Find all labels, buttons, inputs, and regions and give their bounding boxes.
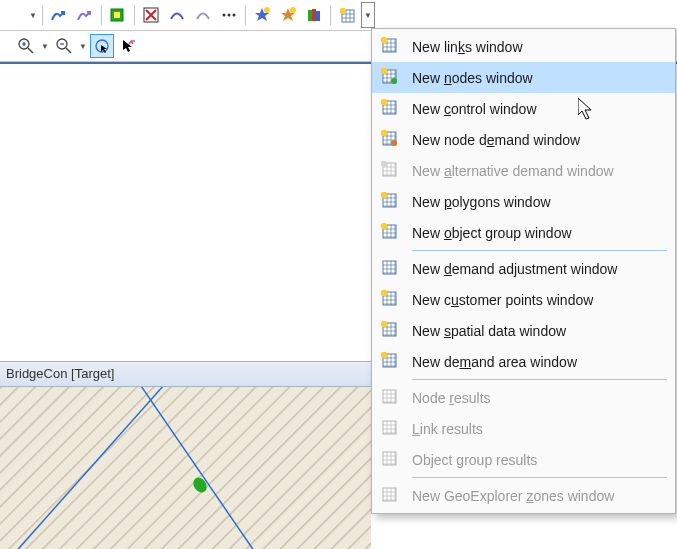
grid-star-icon	[380, 222, 398, 243]
svg-point-37	[391, 140, 397, 146]
svg-point-12	[340, 8, 346, 14]
menu-item-new-customer-points-window[interactable]: New customer points window	[372, 284, 675, 315]
svg-point-48	[381, 321, 387, 327]
wavy-arrow-teal-icon[interactable]	[73, 3, 97, 27]
zoom-out-icon[interactable]	[52, 34, 76, 58]
zoom-in-icon[interactable]	[14, 34, 38, 58]
menu-item-new-object-group-window[interactable]: New object group window	[372, 217, 675, 248]
svg-point-50	[381, 352, 387, 358]
map-panel[interactable]	[0, 387, 371, 549]
separator	[42, 5, 43, 25]
svg-point-46	[381, 290, 387, 296]
grid-star-icon	[380, 320, 398, 341]
grid-star-orange-icon	[380, 129, 398, 150]
separator	[101, 5, 102, 25]
menu-item-object-group-results: Object group results	[372, 444, 675, 475]
menu-label: New control window	[412, 101, 663, 117]
map-layers-icon[interactable]	[106, 3, 130, 27]
svg-point-34	[381, 99, 387, 105]
new-window-dropdown-arrow[interactable]: ▼	[361, 2, 375, 28]
grid-star-icon	[380, 351, 398, 372]
pointer-button[interactable]	[90, 34, 114, 58]
menu-label: Node results	[412, 390, 663, 406]
svg-rect-51	[383, 390, 396, 403]
svg-point-31	[381, 68, 387, 74]
separator	[330, 5, 331, 25]
menu-label: New GeoExplorer zones window	[412, 488, 663, 504]
grid-gray-icon	[380, 418, 398, 439]
svg-rect-1	[114, 12, 120, 18]
menu-label: New demand area window	[412, 354, 663, 370]
menu-item-new-control-window[interactable]: New control window	[372, 93, 675, 124]
menu-label: New node demand window	[412, 132, 663, 148]
menu-item-link-results: Link results	[372, 413, 675, 444]
menu-item-new-links-window[interactable]: New links window	[372, 31, 675, 62]
menu-label: Object group results	[412, 452, 663, 468]
svg-point-36	[381, 130, 387, 136]
svg-point-29	[381, 37, 387, 43]
menu-label: Link results	[412, 421, 663, 437]
star-orange-icon[interactable]	[276, 3, 300, 27]
toolbar-row-1: ▼ ▼	[0, 0, 677, 31]
svg-rect-52	[383, 421, 396, 434]
menu-item-new-node-demand-window[interactable]: New node demand window	[372, 124, 675, 155]
dropdown-arrow-icon[interactable]: ▼	[28, 3, 38, 27]
svg-point-5	[233, 14, 236, 17]
path-b-icon[interactable]	[191, 3, 215, 27]
svg-point-3	[223, 14, 226, 17]
grid-star-icon	[380, 191, 398, 212]
svg-rect-24	[0, 387, 371, 549]
menu-item-new-geoexplorer-zones-window: New GeoExplorer zones window	[372, 480, 675, 511]
menu-label: New links window	[412, 39, 663, 55]
svg-point-43	[381, 223, 387, 229]
svg-point-7	[290, 7, 296, 13]
svg-point-39	[381, 161, 387, 167]
menu-label: New customer points window	[412, 292, 663, 308]
svg-point-41	[381, 192, 387, 198]
grid-gray-icon	[380, 485, 398, 506]
svg-rect-10	[316, 11, 320, 21]
separator	[134, 5, 135, 25]
books-icon[interactable]	[302, 3, 326, 27]
wavy-arrow-blue-icon[interactable]	[47, 3, 71, 27]
menu-item-new-nodes-window[interactable]: New nodes window	[372, 62, 675, 93]
path-a-icon[interactable]	[165, 3, 189, 27]
menu-label: New spatial data window	[412, 323, 663, 339]
toolbar-dropdown-blank[interactable]	[2, 3, 26, 27]
svg-point-32	[391, 78, 397, 84]
menu-item-new-alternative-demand-window: New alternative demand window	[372, 155, 675, 186]
menu-label: New nodes window	[412, 70, 663, 86]
menu-separator	[412, 379, 667, 380]
svg-rect-44	[383, 261, 396, 274]
menu-label: New demand adjustment window	[412, 261, 663, 277]
dots-icon[interactable]	[217, 3, 241, 27]
svg-point-4	[228, 14, 231, 17]
grid-gray-icon	[380, 387, 398, 408]
pointer-pink-icon[interactable]	[116, 34, 140, 58]
grid-star-green-icon	[380, 67, 398, 88]
new-window-grid-icon[interactable]	[335, 3, 359, 27]
menu-label: New polygons window	[412, 194, 663, 210]
svg-rect-54	[383, 488, 396, 501]
menu-item-node-results: Node results	[372, 382, 675, 413]
menu-item-new-polygons-window[interactable]: New polygons window	[372, 186, 675, 217]
upper-grid-panel	[0, 64, 372, 354]
dropdown-arrow-icon[interactable]: ▼	[40, 34, 50, 58]
star-blue-icon[interactable]	[250, 3, 274, 27]
menu-item-new-demand-adjustment-window[interactable]: New demand adjustment window	[372, 253, 675, 284]
grid-cancel-icon[interactable]	[139, 3, 163, 27]
new-window-dropdown-menu: New links window New nodes window New co…	[371, 28, 676, 514]
grid-star-icon	[380, 36, 398, 57]
separator	[245, 5, 246, 25]
svg-rect-53	[383, 452, 396, 465]
svg-line-14	[28, 48, 33, 53]
menu-label: New object group window	[412, 225, 663, 241]
menu-label: New alternative demand window	[412, 163, 663, 179]
menu-separator	[412, 477, 667, 478]
menu-item-new-spatial-data-window[interactable]: New spatial data window	[372, 315, 675, 346]
menu-item-new-demand-area-window[interactable]: New demand area window	[372, 346, 675, 377]
grid-star-gray-icon	[380, 160, 398, 181]
grid-star-icon	[380, 289, 398, 310]
dropdown-arrow-icon[interactable]: ▼	[78, 34, 88, 58]
svg-point-6	[264, 7, 270, 13]
